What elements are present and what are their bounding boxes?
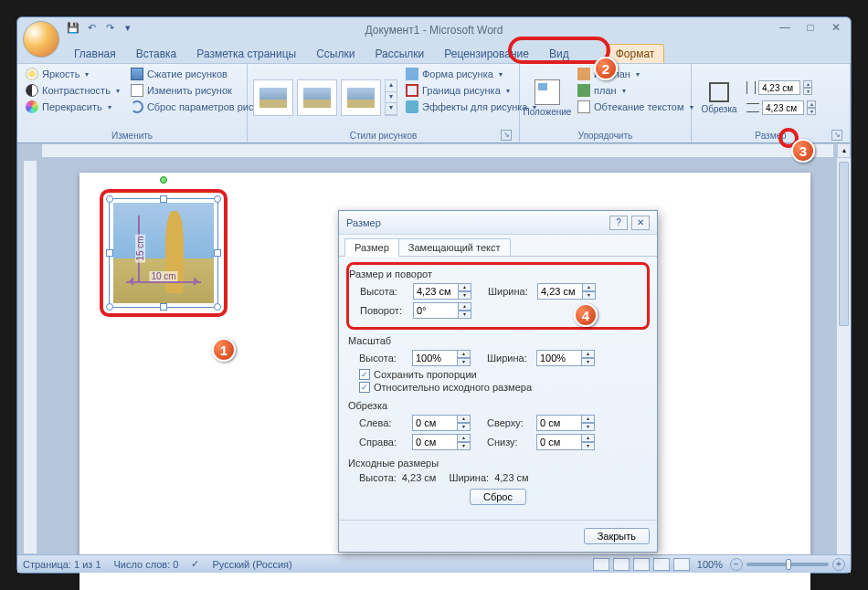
tab-mailings[interactable]: Рассылки <box>365 45 433 63</box>
qat-more-icon[interactable]: ▾ <box>120 22 136 38</box>
resize-handle[interactable] <box>214 303 221 311</box>
width-spinner[interactable]: ▴▾ <box>537 283 596 300</box>
maximize-button[interactable]: □ <box>801 21 820 36</box>
tab-references[interactable]: Ссылки <box>307 45 364 63</box>
scale-width-field[interactable] <box>536 350 582 366</box>
status-language[interactable]: Русский (Россия) <box>212 559 291 570</box>
crop-bottom-spinner[interactable]: ▴▾ <box>536 434 595 450</box>
ruler-vertical[interactable] <box>23 160 37 554</box>
close-button[interactable]: ✕ <box>827 21 845 36</box>
crop-right-spinner[interactable]: ▴▾ <box>412 434 471 450</box>
crop-bottom-field[interactable] <box>536 434 582 450</box>
spinner-buttons[interactable]: ▴▾ <box>807 100 816 115</box>
undo-icon[interactable]: ↶ <box>83 22 100 38</box>
height-spinner[interactable]: ▴▾ <box>746 80 816 95</box>
scale-width-label: Ширина: <box>487 353 531 363</box>
proofing-icon[interactable]: ✓ <box>191 558 199 570</box>
resize-handle[interactable] <box>106 195 113 203</box>
crop-left-spinner[interactable]: ▴▾ <box>412 415 471 431</box>
picture-style-gallery[interactable]: ▴▾▾ <box>253 67 397 129</box>
crop-left-field[interactable] <box>412 415 458 431</box>
ruler-horizontal[interactable] <box>41 143 834 158</box>
resize-handle[interactable] <box>106 303 113 311</box>
width-input[interactable] <box>762 100 804 115</box>
redo-icon[interactable]: ↷ <box>101 22 118 38</box>
crop-button[interactable]: Обрезка <box>697 67 741 129</box>
crop-top-spinner[interactable]: ▴▾ <box>536 415 595 431</box>
status-words[interactable]: Число слов: 0 <box>114 559 179 570</box>
minimize-button[interactable]: — <box>776 21 794 36</box>
size-launcher[interactable]: ↘ <box>831 130 842 141</box>
vertical-scrollbar[interactable]: ▴ <box>836 143 851 554</box>
rotation-spinner[interactable]: ▴▾ <box>413 302 471 319</box>
view-full-screen[interactable] <box>613 558 630 571</box>
view-print-layout[interactable] <box>593 558 609 571</box>
style-thumb[interactable] <box>341 79 381 116</box>
dialog-tab-alt-text[interactable]: Замещающий текст <box>398 238 511 257</box>
width-spinner[interactable]: ▴▾ <box>746 100 816 115</box>
scroll-thumb[interactable] <box>839 162 849 326</box>
send-back-button[interactable]: план▾ <box>575 83 696 98</box>
scale-height-field[interactable] <box>412 350 458 366</box>
resize-handle[interactable] <box>160 303 167 311</box>
reset-button[interactable]: Сброс <box>470 489 526 505</box>
relative-original-checkbox[interactable]: ✓Относительно исходного размера <box>359 382 648 393</box>
view-web-layout[interactable] <box>633 558 650 571</box>
tab-view[interactable]: Вид <box>540 45 578 63</box>
contrast-button[interactable]: Контрастность▾ <box>23 83 122 98</box>
zoom-out-button[interactable]: − <box>730 558 743 571</box>
tab-insert[interactable]: Вставка <box>127 45 186 63</box>
style-thumb[interactable] <box>297 79 337 116</box>
tab-review[interactable]: Рецензирование <box>435 45 538 63</box>
rotate-handle[interactable] <box>160 176 167 184</box>
view-draft[interactable] <box>673 558 690 571</box>
resize-handle[interactable] <box>214 195 221 203</box>
picture-shape-button[interactable]: Форма рисунка▾ <box>403 67 539 81</box>
style-thumb[interactable] <box>253 79 293 116</box>
width-field[interactable] <box>537 283 583 300</box>
zoom-level[interactable]: 100% <box>697 559 723 570</box>
picture-border-button[interactable]: Граница рисунка▾ <box>403 83 539 98</box>
view-outline[interactable] <box>653 558 670 571</box>
styles-launcher[interactable]: ↘ <box>501 130 512 141</box>
zoom-slider-thumb[interactable] <box>786 559 791 570</box>
save-icon[interactable]: 💾 <box>65 22 81 38</box>
tab-page-layout[interactable]: Разметка страницы <box>187 45 305 63</box>
dialog-close-button[interactable]: ✕ <box>631 216 650 230</box>
dialog-tab-size[interactable]: Размер <box>344 238 399 257</box>
picture-effects-button[interactable]: Эффекты для рисунка▾ <box>403 100 539 114</box>
resize-handle[interactable] <box>160 195 167 203</box>
height-spinner[interactable]: ▴▾ <box>413 283 471 300</box>
status-page[interactable]: Страница: 1 из 1 <box>23 559 101 570</box>
text-wrap-button[interactable]: Обтекание текстом▾ <box>575 100 696 114</box>
zoom-in-button[interactable]: + <box>832 558 845 571</box>
office-button[interactable] <box>23 21 59 58</box>
position-button[interactable]: Положение <box>525 67 569 129</box>
close-dialog-button[interactable]: Закрыть <box>584 528 650 544</box>
orig-height-label: Высота: <box>359 472 397 483</box>
scale-width-spinner[interactable]: ▴▾ <box>536 350 595 366</box>
crop-right-field[interactable] <box>412 434 458 450</box>
dialog-titlebar[interactable]: Размер ? ✕ <box>339 211 657 235</box>
resize-handle[interactable] <box>214 249 221 257</box>
scroll-up-button[interactable]: ▴ <box>837 143 851 158</box>
crop-bottom-label: Снизу: <box>487 437 531 448</box>
orig-height-value: 4,23 см <box>402 472 437 483</box>
height-input[interactable] <box>758 80 800 95</box>
zoom-slider[interactable] <box>746 563 829 566</box>
height-field[interactable] <box>413 283 459 300</box>
ribbon: Яркость▾ Контрастность▾ Перекрасить▾ Сжа… <box>17 63 851 143</box>
crop-top-field[interactable] <box>536 415 582 431</box>
lock-aspect-checkbox[interactable]: ✓Сохранить пропорции <box>359 369 648 380</box>
recolor-button[interactable]: Перекрасить▾ <box>23 100 122 114</box>
bring-front-button[interactable]: ий план▾ <box>575 67 696 81</box>
resize-handle[interactable] <box>106 249 113 257</box>
brightness-button[interactable]: Яркость▾ <box>23 67 122 81</box>
selected-image[interactable]: 10 cm 15 cm <box>100 189 228 317</box>
gallery-scroll[interactable]: ▴▾▾ <box>385 79 397 116</box>
tab-home[interactable]: Главная <box>65 45 125 63</box>
scale-height-spinner[interactable]: ▴▾ <box>412 350 471 366</box>
spinner-buttons[interactable]: ▴▾ <box>803 80 812 95</box>
rotation-field[interactable] <box>413 302 459 319</box>
dialog-help-button[interactable]: ? <box>609 216 628 230</box>
